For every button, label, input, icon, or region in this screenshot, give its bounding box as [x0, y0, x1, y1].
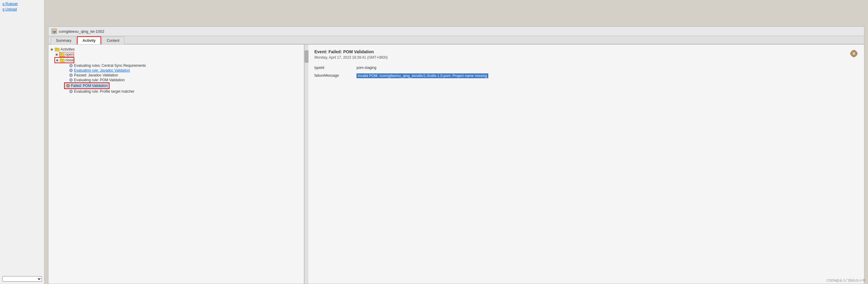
gear-icon-pom-failed	[66, 84, 70, 88]
tab-summary[interactable]: Summary	[51, 37, 76, 44]
svg-point-13	[70, 80, 72, 81]
sidebar-link-ruleset[interactable]: g Ruleset	[0, 1, 44, 7]
event-date: Monday, April 17, 2023 18:39:41 (GMT+080…	[314, 55, 388, 60]
tree-label-close: close	[65, 58, 74, 62]
svg-rect-20	[853, 50, 855, 52]
svg-point-7	[70, 65, 72, 66]
gear-icon-javadoc-rule	[69, 68, 73, 72]
panel-body: ▣ Activities ▣	[49, 44, 864, 284]
tree-label-javadoc-passed: Passed: Javadoc Validation	[74, 73, 118, 77]
svg-point-17	[70, 91, 72, 92]
details-header-text: Event: Failed: POM Validation Monday, Ap…	[314, 49, 388, 66]
svg-point-9	[70, 70, 72, 71]
tree-node-central-sync[interactable]: Evaluating rules: Central Sync Requireme…	[69, 63, 303, 68]
gear-icon-details[interactable]	[850, 49, 858, 58]
gear-icon-central-sync	[69, 63, 73, 68]
component-header: 📦 comgiteexu_qing_lei-1002	[49, 27, 864, 36]
svg-rect-1	[55, 48, 57, 49]
sidebar: g Ruleset g Upload	[0, 0, 44, 284]
svg-point-15	[67, 85, 69, 86]
event-title: Event: Failed: POM Validation	[314, 49, 388, 54]
top-gray-area	[44, 0, 868, 27]
svg-point-19	[852, 52, 855, 55]
folder-icon-open	[60, 52, 65, 57]
detail-row-typeid: typeId pom-staging	[314, 66, 858, 70]
folder-icon-activities	[55, 47, 60, 52]
tree-node-profile-target[interactable]: Evaluating rule: Profile target matcher	[69, 89, 303, 94]
activities-panel: ▣ Activities ▣	[49, 44, 304, 284]
tree-node-activities[interactable]: ▣ Activities	[50, 47, 303, 52]
detail-value-failuremessage[interactable]: Invalid POM: /com/gitee/xu_qing_lei/util…	[356, 73, 488, 78]
sidebar-dropdown[interactable]	[2, 276, 42, 282]
tree-node-javadoc-passed[interactable]: Passed: Javadoc Validation	[69, 73, 303, 77]
tree-label-activities: Activities	[60, 47, 74, 52]
detail-value-typeid: pom-staging	[356, 66, 376, 70]
detail-label-failuremessage: failureMessage	[314, 73, 350, 77]
tab-content[interactable]: Content	[102, 37, 125, 44]
tab-activity[interactable]: Activity	[77, 36, 101, 44]
gear-icon-profile-target	[69, 89, 73, 94]
svg-rect-23	[856, 53, 858, 54]
component-title: comgiteexu_qing_lei-1002	[59, 29, 104, 34]
detail-label-typeid: typeId	[314, 66, 350, 70]
component-icon: 📦	[52, 29, 57, 34]
svg-rect-5	[60, 59, 62, 60]
tree-label-javadoc-rule: Evaluating rule: Javadoc Validation	[74, 68, 130, 72]
svg-point-11	[70, 74, 72, 76]
tree-label-profile-target: Evaluating rule: Profile target matcher	[74, 89, 134, 94]
gear-icon-javadoc-passed	[69, 73, 73, 77]
expand-icon-close: ▣	[55, 58, 59, 62]
tree-node-open[interactable]: ▣ open	[55, 52, 303, 57]
tree-label-pom-rule: Evaluating rule: POM Validation	[74, 78, 125, 82]
tree-label-pom-failed: Failed: POM Validation	[71, 84, 108, 88]
watermark: CSDN@从入门到白白小学	[827, 278, 866, 283]
expand-icon-open: ▣	[55, 52, 59, 57]
tree-node-close[interactable]: ▣ close	[55, 57, 74, 63]
svg-rect-22	[850, 53, 852, 54]
svg-rect-3	[60, 53, 62, 54]
scrollbar-activities[interactable]	[304, 44, 308, 284]
tree-node-pom-rule[interactable]: Evaluating rule: POM Validation	[69, 77, 303, 83]
tabs-bar: Summary Activity Content	[49, 36, 864, 44]
details-panel: Event: Failed: POM Validation Monday, Ap…	[308, 44, 864, 284]
tree-node-javadoc-rule[interactable]: Evaluating rule: Javadoc Validation	[69, 68, 303, 73]
tree-label-open: open	[65, 52, 73, 57]
svg-rect-21	[853, 56, 855, 57]
expand-icon-activities: ▣	[50, 47, 54, 52]
tree-label-central-sync: Evaluating rules: Central Sync Requireme…	[74, 63, 146, 68]
scrollbar-thumb	[305, 51, 308, 63]
tree-node-pom-failed[interactable]: Failed: POM Validation	[64, 83, 110, 89]
gear-icon-pom-rule	[69, 78, 73, 82]
main-content: 📦 comgiteexu_qing_lei-1002 Summary Activ…	[44, 0, 868, 284]
sidebar-link-upload[interactable]: g Upload	[0, 7, 44, 12]
details-header-row: Event: Failed: POM Validation Monday, Ap…	[314, 49, 858, 66]
detail-row-failuremessage: failureMessage Invalid POM: /com/gitee/x…	[314, 73, 858, 78]
folder-icon-close	[60, 58, 65, 62]
component-panel: 📦 comgiteexu_qing_lei-1002 Summary Activ…	[48, 27, 864, 284]
